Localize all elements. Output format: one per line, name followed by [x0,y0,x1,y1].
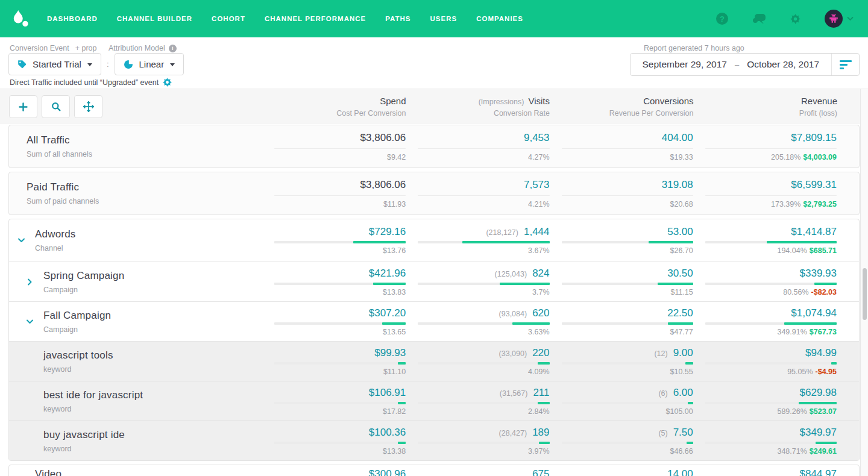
spend-value[interactable]: $3,806.06 [360,179,406,191]
date-range-picker[interactable]: September 29, 2017 – October 28, 2017 [630,53,860,76]
revenue-value[interactable]: $94.99 [805,347,837,359]
info-icon[interactable]: i [169,45,177,52]
spend-value[interactable]: $421.96 [369,268,406,280]
visits-subvalue: 2.84% [528,407,549,416]
nav-item-companies[interactable]: COMPANIES [476,15,523,22]
user-menu[interactable] [825,10,854,28]
revenue-value[interactable]: $349.97 [800,427,837,439]
conversion-event-dropdown[interactable]: Started Trial [8,53,101,75]
table-row[interactable]: buy javascript idekeyword$100.36$13.38(2… [9,421,859,460]
visits-value[interactable]: 1,444 [524,226,550,238]
value-bar-track [418,195,549,196]
table-row[interactable]: Paid TrafficSum of paid channels$3,806.0… [9,172,859,215]
conversions-value[interactable]: 30.50 [667,268,693,280]
spend-value[interactable]: $300.96 [369,468,406,476]
spend-value[interactable]: $100.36 [369,427,406,439]
row-title-cell: All TrafficSum of all channels [9,125,262,168]
value-bar-fill [382,322,406,325]
visits-value[interactable]: 824 [532,268,549,280]
nav-item-channel-performance[interactable]: CHANNEL PERFORMANCE [265,15,366,22]
visits-value[interactable]: 7,573 [524,179,550,191]
value-bar-track [562,148,693,149]
value-bar-fill [539,442,549,444]
chat-icon[interactable] [752,13,766,25]
column-header-revenue[interactable]: RevenueProfit (loss) [694,96,838,117]
value-bar-track [418,148,549,149]
visits-value[interactable]: 211 [533,387,549,399]
nav-item-dashboard[interactable]: DASHBOARD [47,15,98,22]
revenue-cell: $1,414.87194.04%$685.71 [693,226,837,255]
conversions-value[interactable]: 404.00 [662,132,693,144]
table-row[interactable]: AdwordsChannel$729.16$13.76(218,127)1,44… [9,219,859,261]
spend-value[interactable]: $307.20 [369,307,406,319]
date-start: September 29, 2017 [643,59,727,70]
add-channel-button[interactable] [9,95,37,118]
filter-options-button[interactable] [831,54,859,75]
spend-cell: $3,806.06$11.93 [262,179,406,208]
conversions-subvalue: $105.00 [666,407,693,416]
conversions-value[interactable]: 53.00 [667,226,693,238]
attribution-model-dropdown[interactable]: Linear [115,53,184,75]
top-navbar: DASHBOARDCHANNEL BUILDERCOHORTCHANNEL PE… [0,0,868,37]
visits-subvalue: 3.97% [528,447,549,456]
table-row[interactable]: best ide for javascriptkeyword$106.91$17… [9,381,859,421]
nav-item-channel-builder[interactable]: CHANNEL BUILDER [117,15,192,22]
column-subtitle: Cost Per Conversion [274,109,406,117]
conversions-cell: 30.50$11.15 [550,268,693,296]
chevron-down-icon[interactable] [26,318,34,325]
conversions-value[interactable]: 14.00 [667,468,693,476]
revenue-value[interactable]: $7,809.15 [791,132,837,144]
revenue-value[interactable]: $1,414.87 [791,226,837,238]
revenue-value[interactable]: $629.98 [800,387,837,399]
nav-item-cohort[interactable]: COHORT [212,15,245,22]
conversions-value[interactable]: 7.50 [673,427,693,439]
conversions-value[interactable]: 9.00 [673,347,693,359]
column-header-conversions[interactable]: ConversionsRevenue Per Conversion [550,96,694,117]
row-card: Video$300.9667514.00$844.97 [8,465,860,476]
column-header-spend[interactable]: SpendCost Per Conversion [262,96,406,117]
help-icon[interactable]: ? [716,13,728,25]
row-title-cell: buy javascript idekeyword [9,421,262,460]
revenue-value[interactable]: $339.93 [800,268,837,280]
avatar[interactable] [825,10,843,28]
table-row[interactable]: Video$300.9667514.00$844.97 [9,465,859,476]
chevron-down-icon[interactable] [17,237,25,245]
settings-gear-icon[interactable] [163,78,172,87]
table-row[interactable]: Fall CampaignCampaign$307.20$13.65(93,08… [9,301,859,341]
visits-value[interactable]: 189 [532,427,549,439]
conversions-value[interactable]: 6.00 [673,387,693,399]
table-row[interactable]: javascript toolskeyword$99.93$11.10(33,0… [9,341,859,381]
add-prop-link[interactable]: + prop [75,44,97,52]
conversions-value[interactable]: 319.08 [662,179,693,191]
spend-value[interactable]: $729.16 [369,226,406,238]
spend-subvalue: $13.83 [383,288,406,296]
revenue-value[interactable]: $1,074.94 [791,307,837,319]
revenue-value[interactable]: $6,599.31 [791,179,837,191]
brand-logo[interactable] [12,9,29,28]
search-button[interactable] [42,95,70,118]
visits-value[interactable]: 675 [532,468,549,476]
move-button[interactable] [74,95,102,118]
spend-value[interactable]: $3,806.06 [360,132,406,144]
gear-icon[interactable] [790,14,800,24]
impressions-count: (5) [658,429,667,437]
pie-chart-icon [124,60,133,69]
revenue-value[interactable]: $844.97 [800,468,837,476]
value-bar-track [705,148,837,149]
column-header-visits[interactable]: (Impressions)VisitsConversion Rate [406,96,550,117]
tag-icon [17,60,27,69]
visits-value[interactable]: 9,453 [524,132,550,144]
chevron-right-icon[interactable] [26,278,34,286]
value-bar-track [705,283,837,285]
table-header-band: SpendCost Per Conversion(Impressions)Vis… [0,89,868,124]
spend-value[interactable]: $99.93 [374,347,406,359]
nav-item-paths[interactable]: PATHS [385,15,410,22]
spend-value[interactable]: $106.91 [369,387,406,399]
visits-value[interactable]: 220 [532,347,549,359]
table-row[interactable]: Spring CampaignCampaign$421.96$13.83(125… [9,261,859,301]
conversions-value[interactable]: 22.50 [667,307,693,319]
scrollbar-thumb[interactable] [863,268,867,320]
visits-value[interactable]: 620 [532,307,549,319]
table-row[interactable]: All TrafficSum of all channels$3,806.06$… [9,125,859,168]
nav-item-users[interactable]: USERS [430,15,458,22]
